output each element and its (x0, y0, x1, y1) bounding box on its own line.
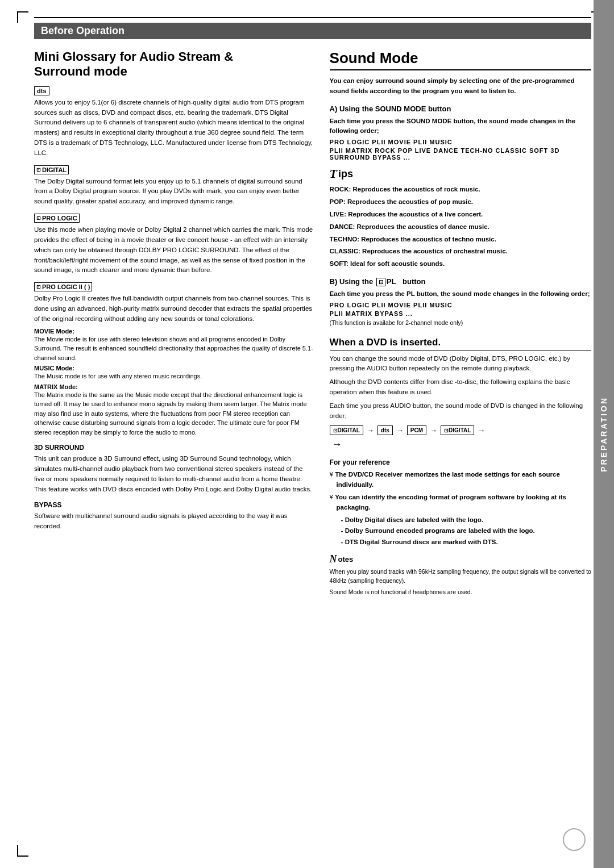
tips-section: T ips ROCK: Reproduces the acoustics of … (330, 166, 591, 269)
using-pl-body: Each time you press the PL button, the s… (330, 289, 591, 299)
signal-box-1: ⊡DIGITAL (330, 425, 363, 435)
music-mode-block: MUSIC Mode: The Music mode is for use wi… (34, 365, 314, 381)
notes-title: N otes (330, 553, 591, 565)
surround-3d-section: 3D SURROUND This unit can produce a 3D S… (34, 444, 314, 494)
pro-logic-ii-label: ⊡ PRO LOGIC II ( ) (34, 282, 314, 291)
using-sound-mode-body: Each time you press the SOUND MODE butto… (330, 116, 591, 137)
bottom-right-corner (563, 828, 586, 851)
ref-sub-2: Dolby Surround encoded programs are labe… (330, 526, 591, 536)
pro-logic-ii-section: ⊡ PRO LOGIC II ( ) Dolby Pro Logic II cr… (34, 282, 314, 437)
bypass-section: BYPASS Software with multichannel surrou… (34, 501, 314, 532)
note-2: Sound Mode is not functional if headphon… (330, 588, 591, 597)
using-pl-section: B) Using the ⊡PL button Each time you pr… (330, 277, 591, 328)
corner-mark-bl (17, 845, 28, 857)
dvd-section: When a DVD is inserted. You can change t… (330, 337, 591, 451)
dts-body: Allows you to enjoy 5.1(or 6) discrete c… (34, 98, 314, 158)
sound-mode-intro: You can enjoy surround sound simply by s… (330, 76, 591, 97)
bypass-label: BYPASS (34, 501, 314, 509)
tips-label: ips (338, 168, 353, 180)
dts-label: dts (34, 86, 314, 95)
digital-section: ⊡ DIGITAL The Dolby Digital surround for… (34, 165, 314, 207)
tip-techno: TECHNO: Reproduces the acoustics of tech… (330, 235, 591, 245)
tip-rock: ROCK: Reproduces the acoustics of rock m… (330, 185, 591, 195)
mini-glossary-title: Mini Glossary for Audio Stream & Surroun… (34, 49, 314, 80)
tips-title: T ips (330, 166, 591, 181)
matrix-mode-block: MATRIX Mode: The Matrix mode is the same… (34, 383, 314, 437)
dvd-body3: Each time you press AUDIO button, the so… (330, 401, 591, 422)
using-pl-title: B) Using the ⊡PL button (330, 277, 591, 286)
signal-box-4: ⊡DIGITAL (441, 425, 474, 435)
movie-mode-block: MOVIE Mode: The Movie mode is for use wi… (34, 328, 314, 363)
notes-section: N otes When you play sound tracks with 9… (330, 553, 591, 596)
using-sound-mode-title: A) Using the SOUND MODE button (330, 105, 591, 113)
pl-note: (This function is availabe for 2-channel… (330, 319, 591, 328)
left-column: Mini Glossary for Audio Stream & Surroun… (34, 49, 324, 599)
ref-item-2: You can identify the encoding format of … (330, 493, 591, 513)
pro-logic-section: ⊡ PRO LOGIC Use this mode when playing m… (34, 214, 314, 276)
dvd-body1: You can change the sound mode of DVD (Do… (330, 354, 591, 374)
bypass-body: Software with multichannel surround audi… (34, 511, 314, 532)
digital-label: ⊡ DIGITAL (34, 165, 314, 174)
top-line (34, 17, 591, 18)
signal-chain: ⊡DIGITAL → dts → PCM → ⊡DIGITAL → (330, 425, 591, 435)
tip-live: LIVE: Reproduces the acoustics of a live… (330, 210, 591, 220)
reference-section: For your reference The DVD/CD Receiver m… (330, 458, 591, 548)
pro-logic-label: ⊡ PRO LOGIC (34, 214, 314, 223)
tip-dance: DANCE: Reproduces the acoustics of dance… (330, 222, 591, 232)
using-sound-mode-section: A) Using the SOUND MODE button Each time… (330, 105, 591, 161)
dvd-title: When a DVD is inserted. (330, 337, 591, 350)
ref-sub-3: DTS Digital Surround discs are marked wi… (330, 537, 591, 548)
dvd-body2: Although the DVD contents differ from di… (330, 377, 591, 398)
note-1: When you play sound tracks with 96kHz sa… (330, 567, 591, 586)
tips-icon: T (330, 166, 337, 181)
preparation-sidebar: PREPARATION (594, 0, 614, 868)
right-column: Sound Mode You can enjoy surround sound … (324, 49, 591, 599)
ref-item-1: The DVD/CD Receiver memorizes the last m… (330, 470, 591, 490)
ref-sub-1: Dolby Digital discs are labeled with the… (330, 515, 591, 525)
sound-mode-title: Sound Mode (330, 49, 591, 70)
tip-pop: POP: Reproduces the acoustics of pop mus… (330, 197, 591, 207)
pl-order-1: PRO LOGIC PLII MOVIE PLII MUSIC (330, 302, 591, 308)
before-operation-bar: Before Operation (34, 23, 591, 39)
surround-3d-body: This unit can produce a 3D Surround effe… (34, 454, 314, 494)
notes-icon: N (330, 553, 337, 565)
pl-order-2: PLII MATRIX BYPASS ... (330, 310, 591, 317)
sound-order-2: PLII MATRIX ROCK POP LIVE DANCE TECH-NO … (330, 147, 591, 161)
tip-classic: CLASSIC: Reproduces the acoustics of orc… (330, 247, 591, 257)
pro-logic-ii-body: Dolby Pro Logic II creates five full-ban… (34, 294, 314, 324)
main-content: Mini Glossary for Audio Stream & Surroun… (34, 49, 591, 599)
page-container: Before Operation Mini Glossary for Audio… (0, 0, 614, 868)
corner-mark-tl (17, 11, 28, 23)
digital-body: The Dolby Digital surround format lets y… (34, 177, 314, 207)
reference-title: For your reference (330, 458, 591, 466)
sound-order-1: PRO LOGIC PLII MOVIE PLII MUSIC (330, 139, 591, 145)
preparation-text: PREPARATION (599, 397, 608, 472)
dts-section: dts Allows you to enjoy 5.1(or 6) discre… (34, 86, 314, 158)
before-operation-title: Before Operation (41, 25, 125, 36)
signal-box-2: dts (377, 425, 393, 435)
signal-box-3: PCM (407, 425, 426, 435)
surround-3d-label: 3D SURROUND (34, 444, 314, 452)
notes-label: otes (338, 555, 354, 564)
tip-soft: SOFT: Ideal for soft acoustic sounds. (330, 259, 591, 269)
pro-logic-body: Use this mode when playing movie or Dolb… (34, 225, 314, 276)
